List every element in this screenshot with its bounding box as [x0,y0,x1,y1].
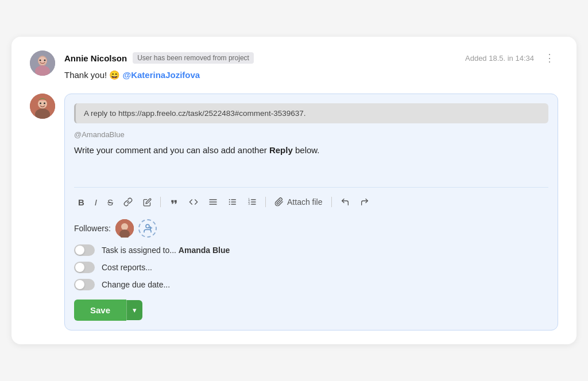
comment-pre-mention: Thank you! 😄 [64,70,123,80]
attach-file-button[interactable]: Attach file [270,195,326,209]
reply-editor: A reply to https://app.freelo.cz/task/25… [64,94,558,331]
save-button[interactable]: Save [74,300,126,321]
toggle-duedate-label: Change due date... [102,280,170,289]
align-button[interactable] [204,195,222,209]
bold-button[interactable]: B [74,195,88,210]
avatar-annie [30,50,55,76]
svg-point-4 [40,60,41,61]
reply-body-bold: Reply [269,145,293,155]
comment-annie-header: Annie Nicolson User has been removed fro… [64,50,558,65]
toolbar-sep-1 [160,197,161,207]
toggle-assigned-label: Task is assigned to... Amanda Blue [102,246,230,255]
reply-body-pre: Write your comment and you can also add … [74,145,269,155]
page-container: Annie Nicolson User has been removed fro… [11,37,577,344]
svg-point-29 [146,224,149,228]
pencil-button[interactable] [139,195,156,209]
link-button[interactable] [119,195,137,209]
strikethrough-button[interactable]: S [103,195,117,210]
redo-button[interactable] [356,195,373,209]
comment-timestamp: Added 18.5. in 14:34 [465,54,534,63]
author-name-annie: Annie Nicolson [64,53,127,63]
svg-point-10 [44,102,45,104]
followers-label: Followers: [74,224,111,233]
toolbar-sep-2 [265,197,266,207]
more-options-button[interactable]: ⋮ [541,50,558,65]
toggle-duedate-switch[interactable] [74,279,95,290]
toggle-cost-switch[interactable] [74,262,95,273]
comment-annie-content: Annie Nicolson User has been removed fro… [64,50,558,82]
toggle-duedate: Change due date... [74,279,548,290]
comment-annie-body: Thank you! 😄 @KaterinaJozifova [64,69,558,82]
toggle-assigned-switch[interactable] [74,244,95,256]
removed-badge: User has been removed from project [133,52,254,64]
reply-at-mention: @AmandaBlue [74,130,548,139]
italic-button[interactable]: I [91,195,101,210]
toggle-cost: Cost reports... [74,262,548,273]
reply-text-area[interactable]: Write your comment and you can also add … [74,143,548,178]
svg-point-17 [229,199,230,200]
editor-toolbar: B I S [74,187,548,210]
svg-text:3.: 3. [248,203,250,206]
save-row: Save ▾ [74,300,548,321]
comment-header-left: Annie Nicolson User has been removed fro… [64,52,254,64]
reply-quote: A reply to https://app.freelo.cz/task/25… [74,103,548,123]
followers-section: Followers: [74,219,548,321]
save-dropdown-button[interactable]: ▾ [126,300,142,320]
unordered-list-button[interactable] [224,195,241,209]
svg-point-5 [44,60,46,61]
svg-point-19 [229,204,230,205]
toggle-cost-label: Cost reports... [102,263,152,272]
comment-annie: Annie Nicolson User has been removed fro… [30,50,558,82]
attach-file-label: Attach file [287,197,322,207]
followers-row: Followers: [74,219,548,238]
svg-point-18 [229,201,230,203]
comment-mention: @KaterinaJozifova [123,70,200,80]
svg-point-9 [40,102,41,104]
blockquote-button[interactable] [165,195,183,209]
follower-avatar-amanda [115,219,134,238]
reply-editor-wrapper: A reply to https://app.freelo.cz/task/25… [30,94,558,331]
avatar-amanda [30,94,55,119]
undo-button[interactable] [336,195,354,209]
comment-meta: Added 18.5. in 14:34 ⋮ [465,50,558,65]
toolbar-sep-3 [331,197,332,207]
ordered-list-button[interactable]: 1.2.3. [243,195,261,209]
toggle-assigned: Task is assigned to... Amanda Blue [74,244,548,256]
code-button[interactable] [185,195,202,209]
reply-body-post: below. [293,145,320,155]
add-follower-button[interactable] [138,219,157,238]
reply-quote-text: A reply to https://app.freelo.cz/task/25… [84,109,306,118]
svg-point-27 [121,223,128,230]
